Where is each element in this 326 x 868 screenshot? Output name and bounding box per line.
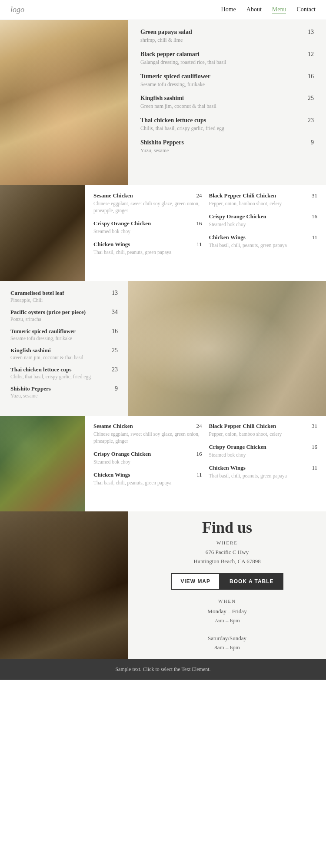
left-menu-item-name: Thai chicken lettuce cups [10, 366, 71, 373]
menu-item-desc: Sesame tofu dressing, furikake [140, 81, 303, 88]
nav-links: Home About Menu Contact [221, 6, 316, 13]
dining-item-price: 24 [192, 423, 202, 430]
section-dining: Sesame Chicken 24 Chinese eggplant, swee… [0, 185, 326, 281]
menu-item: Green papaya salad shrimp, chili & lime … [140, 29, 314, 44]
menu-item-price: 25 [303, 95, 314, 110]
dining-item-desc: Steamed bok choy [209, 451, 318, 458]
left-menu-item-desc: Chilis, thai basil, crispy garlic, fried… [10, 374, 118, 379]
dining-item-name: Chicken Wings [209, 234, 307, 241]
dining-item-desc: Thai basil, chili, peanuts, green papaya [93, 479, 202, 486]
dining-menu-item: Chicken Wings 11 Thai basil, chili, pean… [93, 241, 202, 256]
menu-item-price: 9 [303, 139, 314, 154]
dining-item-price: 16 [192, 451, 202, 457]
dining-item-desc: Steamed bok choy [93, 228, 202, 235]
menu-item-info: Kingfish sashimi Green nam jim, coconut … [140, 95, 303, 110]
logo: logo [10, 5, 24, 14]
nav-contact[interactable]: Contact [296, 6, 316, 13]
appetizer-menu-panel: Caramelised betel leaf 13 Pineapple, Chi… [0, 281, 128, 416]
menu-item-name: Black pepper calamari [140, 51, 303, 58]
find-us-buttons: VIEW MAP BOOK A TABLE [171, 573, 283, 590]
dining-item-header: Black Pepper Chili Chicken 31 [209, 423, 318, 430]
find-us-title: Find us [202, 518, 252, 537]
left-menu-item-price: 34 [107, 309, 118, 316]
dining-item-name: Chicken Wings [209, 464, 307, 471]
dining-item-name: Crispy Orange Chicken [93, 220, 192, 227]
dining-menu-item: Sesame Chicken 24 Chinese eggplant, swee… [93, 192, 202, 214]
dining-item-header: Black Pepper Chili Chicken 31 [209, 192, 318, 199]
left-menu-item: Shishito Peppers 9 Yuzu, sesame [10, 385, 118, 398]
left-menu-item: Kingfish sashimi 25 Green nam jim, cocon… [10, 347, 118, 360]
menu-item-info: Tumeric spiced cauliflower Sesame tofu d… [140, 73, 303, 88]
hero-food-image [0, 20, 128, 185]
dining-item-header: Crispy Orange Chicken 16 [93, 220, 202, 227]
dining-item-header: Chicken Wings 11 [209, 464, 318, 471]
dining-item-name: Crispy Orange Chicken [209, 444, 307, 451]
outdoor-menu-left: Sesame Chicken 24 Chinese eggplant, swee… [93, 423, 202, 504]
section-outdoor: Sesame Chicken 24 Chinese eggplant, swee… [0, 416, 326, 511]
left-menu-item-name: Tumeric spiced cauliflower [10, 328, 76, 335]
dining-image [0, 185, 85, 281]
menu-item-info: Black pepper calamari Galangal dressing,… [140, 51, 303, 66]
dining-menu-item: Crispy Orange Chicken 16 Steamed bok cho… [209, 213, 318, 228]
dining-item-header: Chicken Wings 11 [209, 234, 318, 241]
find-us-panel: Find us WHERE 676 Pacific C Hwy Huntingt… [128, 511, 326, 659]
left-menu-item-name: Shishito Peppers [10, 385, 51, 392]
left-menu-item: Pacific oysters (price per piece) 34 Pon… [10, 309, 118, 322]
menu-item-desc: Chilis, thai basil, crispy garlic, fried… [140, 125, 303, 132]
dining-item-price: 31 [307, 423, 317, 430]
dining-item-desc: Steamed bok choy [93, 458, 202, 465]
dining-item-header: Crispy Orange Chicken 16 [209, 213, 318, 220]
menu-item-info: Shishito Peppers Yuzu, sesame [140, 139, 303, 154]
menu-item-name: Tumeric spiced cauliflower [140, 73, 303, 80]
dining-item-header: Chicken Wings 11 [93, 241, 202, 248]
dining-menu-item: Crispy Orange Chicken 16 Steamed bok cho… [93, 451, 202, 465]
dining-item-desc: Steamed bok choy [209, 221, 318, 228]
starter-menu-panel: Green papaya salad shrimp, chili & lime … [128, 20, 326, 185]
dining-item-price: 11 [192, 241, 202, 248]
dining-menu-item: Black Pepper Chili Chicken 31 Pepper, on… [209, 192, 318, 207]
left-menu-item-desc: Green nam jim, coconut & thai basil [10, 355, 118, 360]
menu-item-price: 23 [303, 117, 314, 132]
address-line2: Huntington Beach, CA 67898 [193, 558, 261, 564]
menu-item-name: Thai chicken lettuce cups [140, 117, 303, 124]
nav-home[interactable]: Home [221, 6, 236, 13]
dining-item-header: Crispy Orange Chicken 16 [209, 444, 318, 451]
waiter-image [0, 511, 128, 659]
left-menu-item-header: Caramelised betel leaf 13 [10, 290, 118, 297]
menu-item: Kingfish sashimi Green nam jim, coconut … [140, 95, 314, 110]
dining-item-name: Sesame Chicken [93, 423, 192, 430]
dining-item-name: Black Pepper Chili Chicken [209, 192, 307, 199]
book-table-button[interactable]: BOOK A TABLE [220, 573, 283, 590]
nav-about[interactable]: About [246, 6, 262, 13]
left-menu-item-price: 25 [107, 347, 118, 354]
dining-item-name: Chicken Wings [93, 471, 192, 478]
address-line1: 676 Pacific C Hwy [206, 549, 249, 555]
left-menu-item-price: 13 [107, 290, 118, 297]
dining-item-name: Sesame Chicken [93, 192, 192, 199]
menu-item-price: 16 [303, 73, 314, 88]
dining-item-desc: Pepper, onion, bamboo shoot, celery [209, 200, 318, 207]
dining-menu-item: Sesame Chicken 24 Chinese eggplant, swee… [93, 423, 202, 444]
find-us-address: 676 Pacific C Hwy Huntington Beach, CA 6… [193, 548, 261, 566]
dining-item-name: Black Pepper Chili Chicken [209, 423, 307, 430]
dining-item-header: Crispy Orange Chicken 16 [93, 451, 202, 457]
left-menu-item-name: Pacific oysters (price per piece) [10, 309, 86, 316]
left-menu-item: Tumeric spiced cauliflower 16 Sesame tof… [10, 328, 118, 341]
dining-item-price: 31 [307, 192, 317, 199]
dining-item-desc: Pepper, onion, bamboo shoot, celery [209, 431, 318, 437]
nav-menu[interactable]: Menu [272, 6, 286, 13]
dining-item-price: 16 [192, 220, 202, 227]
find-us-where-label: WHERE [216, 540, 238, 545]
left-menu-item-header: Thai chicken lettuce cups 23 [10, 366, 118, 373]
dining-menu-item: Crispy Orange Chicken 16 Steamed bok cho… [209, 444, 318, 458]
left-menu-item-desc: Yuzu, sesame [10, 393, 118, 398]
dining-item-name: Chicken Wings [93, 241, 192, 248]
view-map-button[interactable]: VIEW MAP [171, 573, 220, 590]
find-us-when-label: WHEN [218, 598, 236, 604]
menu-item-desc: Green nam jim, coconut & thai basil [140, 103, 303, 110]
menu-item-desc: Yuzu, sesame [140, 147, 303, 154]
section-menu-img: Caramelised betel leaf 13 Pineapple, Chi… [0, 281, 326, 416]
dining-item-price: 11 [307, 234, 317, 241]
outdoor-menu-right: Black Pepper Chili Chicken 31 Pepper, on… [209, 423, 318, 504]
dining-item-desc: Thai basil, chili, peanuts, green papaya [209, 472, 318, 479]
